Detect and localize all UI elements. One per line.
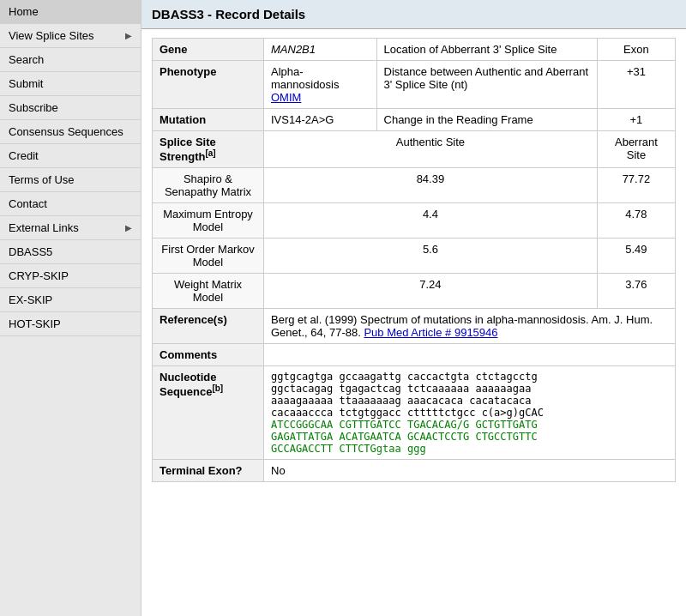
- phenotype-cell: Alpha-mannosidosis OMIM: [264, 61, 377, 109]
- sidebar-item-label: HOT-SKIP: [9, 317, 61, 330]
- shapiro-aberrant: 77.72: [597, 168, 675, 203]
- authentic-site-header: Authentic Site: [264, 131, 598, 168]
- dna-black-lines: ggtgcagtga gccaagattg caccactgta ctctagc…: [271, 371, 668, 419]
- nucleotide-label: Nucleotide Sequence[b]: [153, 366, 264, 460]
- dna-black-line: cacaaaccca tctgtggacc ctttttctgcc c(a>g)…: [271, 407, 668, 419]
- sidebar-item-label: Subscribe: [9, 101, 58, 114]
- sidebar-item-contact[interactable]: Contact: [0, 192, 141, 216]
- terminal-label: Terminal Exon?: [153, 460, 264, 482]
- shapiro-label: Shapiro & Senapathy Matrix: [153, 168, 264, 203]
- dna-green-line: GCCAGACCTT CTTCTGgtaa ggg: [271, 443, 668, 455]
- weight-authentic: 7.24: [264, 274, 598, 309]
- firstorder-aberrant: 5.49: [597, 239, 675, 274]
- shapiro-authentic: 84.39: [264, 168, 598, 203]
- page-title: DBASS3 - Record Details: [141, 0, 686, 29]
- sidebar-item-label: Contact: [9, 197, 47, 210]
- sidebar-item-label: Consensus Sequences: [9, 125, 123, 138]
- dna-black-line: ggtgcagtga gccaagattg caccactgta ctctagc…: [271, 371, 668, 383]
- sidebar-item-label: External Links: [9, 221, 79, 234]
- dna-green-line: ATCCGGGCAA CGTTTGATCC TGACACAG/G GCTGTTG…: [271, 419, 668, 431]
- dna-green-lines: ATCCGGGCAA CGTTTGATCC TGACACAG/G GCTGTTG…: [271, 419, 668, 455]
- distance-label: Distance between Authentic and Aberrant …: [376, 61, 597, 109]
- references-label: Reference(s): [153, 309, 264, 344]
- nucleotide-sup: [b]: [212, 383, 223, 393]
- sidebar-item-terms-of-use[interactable]: Terms of Use: [0, 168, 141, 192]
- sidebar-item-label: Terms of Use: [9, 173, 75, 186]
- comments-cell: [264, 344, 676, 366]
- table-row: Splice Site Strength[a] Authentic Site A…: [153, 131, 676, 168]
- reading-frame-label: Change in the Reading Frame: [376, 109, 597, 131]
- splice-strength-sup: [a]: [205, 148, 215, 158]
- omim-link[interactable]: OMIM: [271, 91, 301, 104]
- exon-label: Exon: [597, 39, 675, 61]
- main-content: DBASS3 - Record Details Gene MAN2B1 Loca…: [141, 0, 686, 616]
- table-row: Gene MAN2B1 Location of Abberrant 3' Spl…: [153, 39, 676, 61]
- sidebar: HomeView Splice Sites▶SearchSubmitSubscr…: [0, 0, 141, 616]
- sidebar-item-label: Search: [9, 53, 44, 66]
- sidebar-item-label: Submit: [9, 77, 43, 90]
- sidebar-item-label: DBASS5: [9, 245, 52, 258]
- arrow-icon: ▶: [125, 31, 132, 40]
- splice-strength-label: Splice Site Strength[a]: [153, 131, 264, 168]
- phenotype-value: Alpha-mannosidosis: [271, 65, 340, 91]
- maxent-aberrant: 4.78: [597, 203, 675, 239]
- sidebar-item-label: Credit: [9, 149, 39, 162]
- dna-green-line: GAGATTATGA ACATGAATCA GCAACTCCTG CTGCCTG…: [271, 431, 668, 443]
- exon-value: +31: [597, 61, 675, 109]
- phenotype-label: Phenotype: [153, 61, 264, 109]
- reading-frame-value: +1: [597, 109, 675, 131]
- sidebar-item-label: View Splice Sites: [9, 29, 93, 42]
- dna-black-line: ggctacagag tgagactcag tctcaaaaaa aaaaaag…: [271, 383, 668, 395]
- pubmed-link[interactable]: Pub Med Article # 9915946: [364, 326, 497, 339]
- sidebar-item-hot-skip[interactable]: HOT-SKIP: [0, 312, 141, 336]
- terminal-value: No: [264, 460, 676, 482]
- table-row: Phenotype Alpha-mannosidosis OMIM Distan…: [153, 61, 676, 109]
- location-label: Location of Abberrant 3' Splice Site: [376, 39, 597, 61]
- sidebar-item-label: CRYP-SKIP: [9, 269, 69, 282]
- weight-aberrant: 3.76: [597, 274, 675, 309]
- table-row: Shapiro & Senapathy Matrix 84.39 77.72: [153, 168, 676, 203]
- table-row: Reference(s) Berg et al. (1999) Spectrum…: [153, 309, 676, 344]
- sidebar-item-label: EX-SKIP: [9, 293, 52, 306]
- nucleotide-cell: ggtgcagtga gccaagattg caccactgta ctctagc…: [264, 366, 676, 460]
- table-row: Mutation IVS14-2A>G Change in the Readin…: [153, 109, 676, 131]
- aberrant-site-header: Aberrant Site: [597, 131, 675, 168]
- sidebar-item-consensus-sequences[interactable]: Consensus Sequences: [0, 120, 141, 144]
- sidebar-item-ex-skip[interactable]: EX-SKIP: [0, 288, 141, 312]
- mutation-label: Mutation: [153, 109, 264, 131]
- comments-label: Comments: [153, 344, 264, 366]
- maxent-authentic: 4.4: [264, 203, 598, 239]
- mutation-value: IVS14-2A>G: [264, 109, 377, 131]
- sidebar-item-credit[interactable]: Credit: [0, 144, 141, 168]
- table-row: First Order Markov Model 5.6 5.49: [153, 239, 676, 274]
- table-row: Weight Matrix Model 7.24 3.76: [153, 274, 676, 309]
- sidebar-item-submit[interactable]: Submit: [0, 72, 141, 96]
- table-row: Terminal Exon? No: [153, 460, 676, 482]
- table-row: Comments: [153, 344, 676, 366]
- dna-black-line: aaaagaaaaa ttaaaaaaag aaacacaca cacataca…: [271, 395, 668, 407]
- sidebar-item-view-splice-sites[interactable]: View Splice Sites▶: [0, 24, 141, 48]
- record-table: Gene MAN2B1 Location of Abberrant 3' Spl…: [152, 38, 676, 482]
- gene-value: MAN2B1: [264, 39, 377, 61]
- sidebar-item-subscribe[interactable]: Subscribe: [0, 96, 141, 120]
- sidebar-item-cryp-skip[interactable]: CRYP-SKIP: [0, 264, 141, 288]
- sidebar-item-dbass5[interactable]: DBASS5: [0, 240, 141, 264]
- sidebar-item-external-links[interactable]: External Links▶: [0, 216, 141, 240]
- maxent-label: Maximum Entropy Model: [153, 203, 264, 239]
- sidebar-item-home[interactable]: Home: [0, 0, 141, 24]
- table-row: Nucleotide Sequence[b] ggtgcagtga gccaag…: [153, 366, 676, 460]
- references-cell: Berg et al. (1999) Spectrum of mutations…: [264, 309, 676, 344]
- firstorder-label: First Order Markov Model: [153, 239, 264, 274]
- sidebar-item-label: Home: [9, 5, 39, 18]
- sidebar-item-search[interactable]: Search: [0, 48, 141, 72]
- firstorder-authentic: 5.6: [264, 239, 598, 274]
- weight-label: Weight Matrix Model: [153, 274, 264, 309]
- arrow-icon: ▶: [125, 223, 132, 233]
- gene-label: Gene: [153, 39, 264, 61]
- table-row: Maximum Entropy Model 4.4 4.78: [153, 203, 676, 239]
